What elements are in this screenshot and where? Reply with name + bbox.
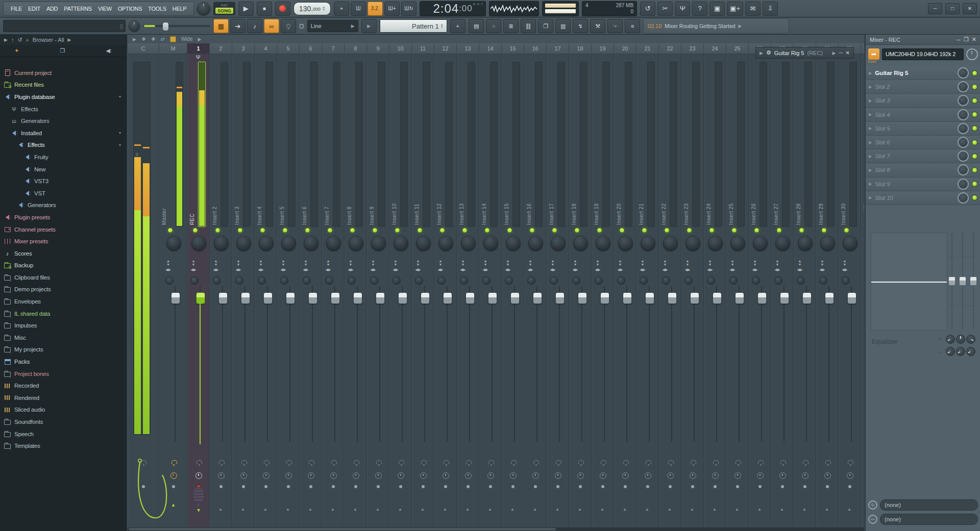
browser-item[interactable]: Current project <box>0 67 126 79</box>
panel-toggle-button[interactable]: ↯ <box>573 19 588 33</box>
slot-label[interactable]: Slot 5 <box>875 125 954 132</box>
mute-led[interactable] <box>260 227 265 233</box>
aux-knob[interactable] <box>842 276 850 285</box>
mixer-track[interactable]: 19 Ψ Insert 19 ▲▼ ◀▶ <box>592 43 614 531</box>
transport-option-button[interactable]: ⌖ <box>334 2 349 16</box>
main-pitch-slider[interactable] <box>143 22 210 30</box>
stereo-separation-control[interactable]: ▲▼ <box>393 259 399 266</box>
toolbar-icon-button[interactable]: ▣ <box>709 2 725 16</box>
clock-icon[interactable] <box>690 472 696 479</box>
mixer-track[interactable]: 15 Ψ Insert 15 ▲▼ ◀▶ <box>502 43 524 531</box>
window-close-button[interactable]: ✕ <box>963 3 977 14</box>
toolbar-icon-button[interactable]: ▣+ <box>727 2 743 16</box>
slot-enable-led[interactable] <box>972 140 977 145</box>
slot-menu-icon[interactable]: ▶ <box>869 98 872 103</box>
clock-icon[interactable] <box>555 472 561 479</box>
volume-knob[interactable] <box>820 236 835 250</box>
panel-toggle-button[interactable]: ▤ <box>469 19 484 33</box>
dock-arrow-icon[interactable]: ▲ <box>555 507 559 512</box>
pan-control[interactable]: ◀▶ <box>640 268 646 272</box>
browser-item[interactable]: Soundfonts <box>0 416 126 428</box>
mixer-track[interactable]: 5 Ψ Insert 5 ▲▼ ◀▶ <box>277 43 300 531</box>
fader-handle[interactable] <box>443 292 452 304</box>
eq-band-low-slider[interactable] <box>948 233 955 330</box>
plugins-tab-icon[interactable]: ✦ <box>14 47 19 54</box>
mute-led[interactable] <box>687 227 692 233</box>
pattern-selector[interactable]: Pattern 1 ▲▼ <box>380 19 447 33</box>
hint-knob[interactable] <box>129 20 140 32</box>
lamp-icon[interactable] <box>780 460 786 464</box>
volume-fader[interactable] <box>536 286 537 442</box>
aux-knob[interactable] <box>729 276 738 285</box>
dock-arrow-icon[interactable]: ▲ <box>398 507 402 512</box>
clock-icon[interactable] <box>622 472 629 479</box>
mixer-track[interactable]: 16 Ψ Insert 16 ▲▼ ◀▶ <box>524 43 547 531</box>
effect-slot[interactable]: ▶ Slot 4 <box>866 108 980 122</box>
gear-icon[interactable]: ⚙ <box>766 49 771 56</box>
lamp-icon[interactable] <box>421 460 427 464</box>
mixer-track[interactable]: 26 Ψ Insert 26 ▲▼ ◀▶ <box>749 43 771 531</box>
slot-menu-icon[interactable]: ▶ <box>869 71 872 75</box>
browser-item[interactable]: Clipboard files <box>0 271 126 284</box>
mute-led[interactable] <box>529 227 535 233</box>
track-number[interactable]: 22 <box>659 43 681 54</box>
record-arm-dot[interactable] <box>624 485 627 488</box>
volume-knob[interactable] <box>304 236 318 250</box>
volume-knob[interactable] <box>371 236 386 250</box>
pan-control[interactable]: ◀▶ <box>729 268 736 272</box>
stereo-separation-control[interactable]: ▲▼ <box>482 259 488 266</box>
track-label[interactable]: Insert 19 <box>594 131 599 225</box>
volume-fader[interactable] <box>559 286 560 442</box>
fader-handle[interactable] <box>241 292 250 304</box>
aux-knob[interactable] <box>752 276 760 285</box>
mute-led[interactable] <box>215 227 220 233</box>
aux-knob[interactable] <box>190 276 199 285</box>
fader-handle[interactable] <box>171 292 180 304</box>
stereo-separation-control[interactable]: ▲▼ <box>774 259 780 266</box>
stereo-separation-control[interactable]: ▲▼ <box>280 259 286 266</box>
stereo-separation-control[interactable]: ▲▼ <box>527 259 533 266</box>
track-label[interactable]: Insert 15 <box>504 131 509 225</box>
stereo-separation-control[interactable]: ▲▼ <box>572 259 578 266</box>
lamp-icon[interactable] <box>825 460 831 464</box>
panel-toggle-button[interactable]: ▥ <box>555 19 571 33</box>
slot-menu-icon[interactable]: ▶ <box>869 140 872 145</box>
panel-toggle-button[interactable]: ☞ <box>607 19 623 33</box>
aux-knob[interactable] <box>258 276 266 285</box>
stereo-separation-control[interactable]: ▲▼ <box>460 259 466 266</box>
browser-item[interactable]: Scores <box>0 247 126 260</box>
lamp-icon[interactable] <box>758 460 764 464</box>
toolbar2-icon-button[interactable]: ∞ <box>264 19 279 33</box>
slot-enable-led[interactable] <box>972 181 977 187</box>
pan-control[interactable]: ◀▶ <box>572 268 578 272</box>
lamp-icon[interactable] <box>309 460 314 464</box>
mute-led[interactable] <box>754 227 760 233</box>
dock-arrow-icon[interactable]: ▲ <box>263 507 267 512</box>
link-icon[interactable]: ✚ <box>151 36 155 42</box>
mute-led[interactable] <box>776 227 782 233</box>
panel-toggle-button[interactable]: ❐ <box>538 19 553 33</box>
fader-handle[interactable] <box>196 292 205 304</box>
slot-label[interactable]: Guitar Rig 5 <box>875 70 954 76</box>
aux-knob[interactable] <box>572 276 580 285</box>
eq-band-mid-slider[interactable] <box>959 233 966 330</box>
track-label[interactable]: Insert 24 <box>706 131 712 225</box>
clock-icon[interactable] <box>353 472 359 479</box>
slot-label[interactable]: Slot 9 <box>875 181 954 187</box>
preset-next-icon[interactable]: ▶ <box>832 50 836 56</box>
transport-option-button[interactable]: Ш+ <box>384 2 400 16</box>
record-arm-dot[interactable] <box>219 485 223 488</box>
mute-led[interactable] <box>552 227 557 233</box>
record-arm-dot[interactable] <box>691 485 694 488</box>
stereo-separation-control[interactable]: ▲▼ <box>752 259 758 266</box>
lamp-icon[interactable] <box>141 460 146 464</box>
plugin-menu-icon[interactable]: ▶ <box>760 50 763 56</box>
dock-arrow-icon[interactable]: ▲ <box>443 507 447 512</box>
mixer-track[interactable]: 8 Ψ Insert 8 ▲▼ ◀▶ <box>345 43 367 531</box>
track-label[interactable]: Master <box>161 131 167 225</box>
volume-fader[interactable] <box>783 286 785 442</box>
mixer-track[interactable]: 11 Ψ Insert 11 ▲▼ ◀▶ <box>412 43 434 531</box>
stereo-separation-control[interactable]: ▲▼ <box>348 259 354 266</box>
stereo-separation-control[interactable]: ▲▼ <box>303 259 309 266</box>
pan-control[interactable]: ◀▶ <box>393 268 399 272</box>
